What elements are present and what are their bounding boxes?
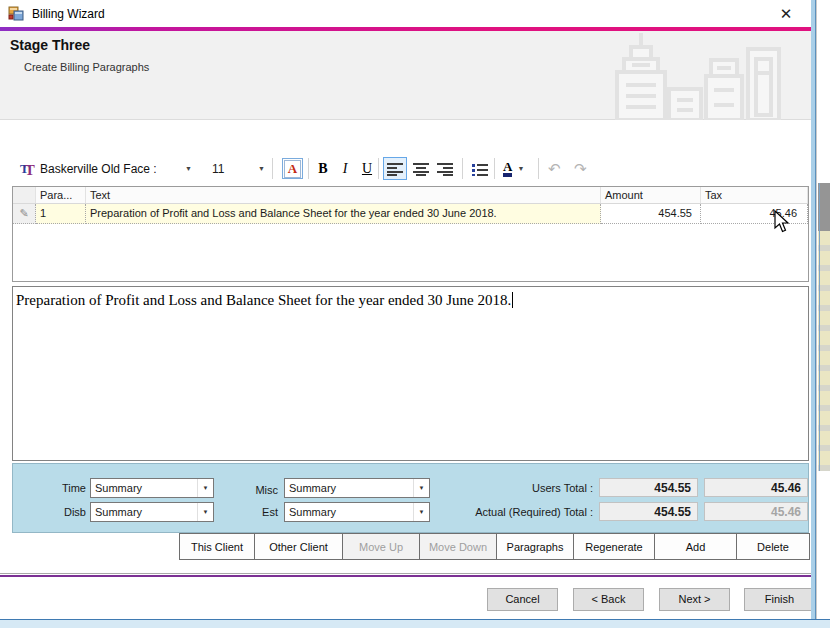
separator-line-gray	[0, 573, 816, 574]
grid-header-row: Para... Text Amount Tax	[13, 187, 808, 204]
align-center-button[interactable]	[409, 157, 433, 180]
est-combobox[interactable]: Summary ▼	[284, 502, 430, 522]
users-total-label: Users Total :	[433, 482, 593, 494]
paragraphs-grid: Para... Text Amount Tax ✎ 1 Preparation …	[12, 186, 809, 282]
window-title: Billing Wizard	[32, 7, 105, 21]
window-bottom-strip	[0, 620, 830, 628]
separator-line-purple	[0, 575, 816, 577]
move-down-button[interactable]: Move Down	[420, 533, 497, 560]
actual-total-tax: 45.46	[704, 502, 808, 521]
title-bar: Billing Wizard ✕	[0, 0, 811, 27]
screen: Billing Wizard ✕ Stage Three Create Bill…	[0, 0, 830, 628]
background-window-sliver	[816, 0, 830, 628]
bold-button[interactable]: B	[312, 153, 334, 184]
toolbar-separator	[272, 158, 273, 179]
stage-title: Stage Three	[10, 37, 90, 53]
misc-label: Misc	[228, 484, 278, 496]
chevron-down-icon: ▼	[197, 503, 213, 521]
time-label: Time	[33, 482, 86, 494]
cell-text[interactable]: Preparation of Profit and Loss and Balan…	[86, 204, 601, 224]
options-panel: Time Summary ▼ Disb Summary ▼ Misc Summa…	[12, 463, 809, 533]
column-header-para[interactable]: Para...	[36, 187, 86, 203]
bullet-list-button[interactable]	[468, 157, 492, 180]
underline-button[interactable]: U	[356, 153, 378, 184]
toolbar-separator	[462, 158, 463, 179]
toolbar-separator	[308, 158, 309, 179]
font-dialog-icon[interactable]: A	[282, 158, 303, 179]
close-icon[interactable]: ✕	[775, 4, 797, 24]
cell-amount[interactable]: 454.55	[601, 204, 701, 224]
column-header-text[interactable]: Text	[86, 187, 601, 203]
column-header-tax[interactable]: Tax	[701, 187, 808, 203]
stage-header: Stage Three Create Billing Paragraphs	[0, 31, 811, 120]
undo-icon[interactable]: ↶	[548, 153, 561, 184]
grid-row[interactable]: ✎ 1 Preparation of Profit and Loss and B…	[13, 204, 808, 224]
row-selector-header	[13, 187, 36, 203]
font-picker-icon: T T	[20, 153, 35, 184]
regenerate-button[interactable]: Regenerate	[574, 533, 655, 560]
dialog-right-border	[811, 0, 816, 620]
next-button[interactable]: Next >	[659, 588, 730, 611]
formatting-toolbar: T T Baskerville Old Face : ▼ 11 ▼ A B I …	[0, 153, 811, 184]
font-color-a-icon: A	[503, 160, 512, 177]
billing-wizard-dialog: Billing Wizard ✕ Stage Three Create Bill…	[0, 0, 816, 620]
finish-button[interactable]: Finish	[744, 588, 815, 611]
font-color-button[interactable]: A ▼	[503, 153, 524, 184]
italic-button[interactable]: I	[334, 153, 356, 184]
users-total-amount: 454.55	[599, 478, 698, 497]
back-button[interactable]: < Back	[573, 588, 644, 611]
mouse-cursor	[773, 210, 795, 234]
chevron-down-icon: ▼	[413, 503, 429, 521]
redo-icon[interactable]: ↷	[574, 153, 587, 184]
background-blue-line	[819, 183, 820, 471]
move-up-button[interactable]: Move Up	[343, 533, 420, 560]
paragraphs-button[interactable]: Paragraphs	[497, 533, 574, 560]
row-edit-pencil-icon: ✎	[13, 204, 36, 224]
cancel-button[interactable]: Cancel	[487, 588, 558, 611]
disb-combobox[interactable]: Summary ▼	[90, 502, 214, 522]
other-client-button[interactable]: Other Client	[255, 533, 343, 560]
city-skyline-graphic	[608, 33, 783, 120]
time-combobox[interactable]: Summary ▼	[90, 478, 214, 498]
font-name-combobox[interactable]: Baskerville Old Face :	[40, 153, 180, 184]
font-size-combobox[interactable]: 11	[212, 153, 224, 184]
stage-subtitle: Create Billing Paragraphs	[24, 61, 149, 73]
font-name-dropdown-icon[interactable]: ▼	[185, 153, 192, 184]
editor-text: Preparation of Profit and Loss and Balan…	[16, 292, 511, 308]
toolbar-separator	[538, 158, 539, 179]
chevron-down-icon: ▼	[413, 479, 429, 497]
app-form-icon	[8, 6, 24, 22]
align-right-button[interactable]	[433, 157, 457, 180]
disb-label: Disb	[33, 506, 86, 518]
users-total-tax: 45.46	[704, 478, 808, 497]
this-client-button[interactable]: This Client	[179, 533, 255, 560]
action-button-row: This Client Other Client Move Up Move Do…	[179, 533, 810, 560]
misc-combobox[interactable]: Summary ▼	[284, 478, 430, 498]
delete-button[interactable]: Delete	[737, 533, 810, 560]
text-caret	[512, 292, 513, 308]
actual-total-label: Actual (Required) Total :	[433, 506, 593, 518]
align-left-button[interactable]	[383, 157, 407, 180]
column-header-amount[interactable]: Amount	[601, 187, 701, 203]
est-label: Est	[228, 506, 278, 518]
font-color-dropdown-icon: ▼	[517, 165, 524, 172]
font-size-dropdown-icon[interactable]: ▼	[258, 153, 265, 184]
add-button[interactable]: Add	[655, 533, 737, 560]
paragraph-editor[interactable]: Preparation of Profit and Loss and Balan…	[12, 286, 809, 461]
cell-para[interactable]: 1	[36, 204, 86, 224]
toolbar-separator	[494, 158, 495, 179]
chevron-down-icon: ▼	[197, 479, 213, 497]
actual-total-amount: 454.55	[599, 502, 698, 521]
toolbar-separator	[378, 158, 379, 179]
